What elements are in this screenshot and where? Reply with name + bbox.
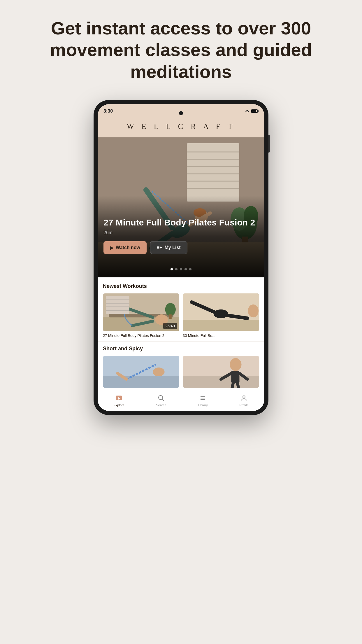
my-list-label: My List <box>165 245 181 250</box>
battery-icon <box>251 109 259 113</box>
dot-2[interactable] <box>175 268 178 270</box>
spicy-card-2[interactable] <box>183 356 259 388</box>
status-time: 3:30 <box>103 108 113 114</box>
camera-notch <box>179 111 183 115</box>
explore-icon <box>115 394 123 402</box>
svg-rect-31 <box>106 296 129 314</box>
hero-content: 27 Minute Full Body Pilates Fusion 2 26m… <box>103 217 259 254</box>
nav-library[interactable]: Library <box>198 394 208 407</box>
short-spicy-title: Short and Spicy <box>103 346 259 352</box>
watch-now-label: Watch now <box>116 245 140 250</box>
svg-rect-37 <box>183 320 259 331</box>
content-area: Newest Workouts <box>98 277 264 411</box>
svg-point-62 <box>243 396 245 398</box>
dot-4[interactable] <box>184 268 187 270</box>
nav-explore-label: Explore <box>113 403 124 407</box>
svg-point-45 <box>153 368 164 376</box>
newest-workouts-row: 26:49 27 Minute Full Body Pilates Fusion… <box>103 293 259 338</box>
svg-point-57 <box>159 396 163 400</box>
spicy-card-1[interactable] <box>103 356 179 388</box>
phone-screen: 3:30 W E L L C R A F T <box>98 104 264 411</box>
newest-workouts-title: Newest Workouts <box>103 283 259 289</box>
signal-icon <box>245 109 249 113</box>
nav-library-label: Library <box>198 403 208 407</box>
app-header: W E L L C R A F T <box>98 117 264 137</box>
svg-point-41 <box>248 304 259 317</box>
svg-line-54 <box>237 383 238 388</box>
workout-card-1[interactable]: 26:49 27 Minute Full Body Pilates Fusion… <box>103 293 179 338</box>
hero-buttons: ▶ Watch now ≡+ My List <box>103 241 259 254</box>
short-spicy-section: Short and Spicy <box>98 341 264 391</box>
spicy-thumb-1 <box>103 356 179 388</box>
play-icon: ▶ <box>110 245 113 251</box>
carousel-dots <box>171 268 191 270</box>
page-hero-text: Get instant access to over 300 movement … <box>50 18 312 83</box>
nav-search[interactable]: Search <box>156 394 166 407</box>
hero-title: 27 Minute Full Body Pilates Fusion 2 <box>103 217 259 228</box>
nav-profile-label: Profile <box>239 403 248 407</box>
svg-point-49 <box>230 358 241 371</box>
spicy-row <box>103 356 259 388</box>
svg-line-58 <box>162 399 164 401</box>
search-icon <box>157 394 165 402</box>
dot-3[interactable] <box>180 268 182 270</box>
workout-thumb-2 <box>183 293 259 331</box>
newest-workouts-section: Newest Workouts <box>98 277 264 341</box>
bottom-nav: Explore Search <box>98 391 264 411</box>
workout-card-2[interactable]: 30 Minute Full Bo... <box>183 293 259 338</box>
hero-section[interactable]: 27 Minute Full Body Pilates Fusion 2 26m… <box>98 137 264 277</box>
hero-duration: 26m <box>103 230 259 235</box>
svg-line-53 <box>232 383 233 388</box>
status-bar: 3:30 <box>98 104 264 117</box>
nav-search-label: Search <box>156 403 166 407</box>
workout-label-1: 27 Minute Full Body Pilates Fusion 2 <box>103 333 179 338</box>
spicy-thumb-2 <box>183 356 259 388</box>
svg-rect-30 <box>169 314 172 319</box>
duration-badge-1: 26:49 <box>163 323 177 329</box>
profile-icon <box>240 394 248 402</box>
nav-explore[interactable]: Explore <box>113 394 124 407</box>
dot-5[interactable] <box>189 268 191 270</box>
brand-name: W E L L C R A F T <box>127 122 235 131</box>
library-icon <box>199 394 207 402</box>
workout-label-2: 30 Minute Full Bo... <box>183 333 259 338</box>
dot-1[interactable] <box>171 268 173 270</box>
workout-thumb-1: 26:49 <box>103 293 179 331</box>
status-icons <box>245 109 259 113</box>
phone-frame: 3:30 W E L L C R A F T <box>94 100 268 415</box>
watch-now-button[interactable]: ▶ Watch now <box>103 241 147 254</box>
svg-rect-43 <box>103 376 179 388</box>
svg-point-29 <box>165 303 176 316</box>
my-list-button[interactable]: ≡+ My List <box>150 241 187 254</box>
add-list-icon: ≡+ <box>157 245 162 250</box>
nav-profile[interactable]: Profile <box>239 394 248 407</box>
